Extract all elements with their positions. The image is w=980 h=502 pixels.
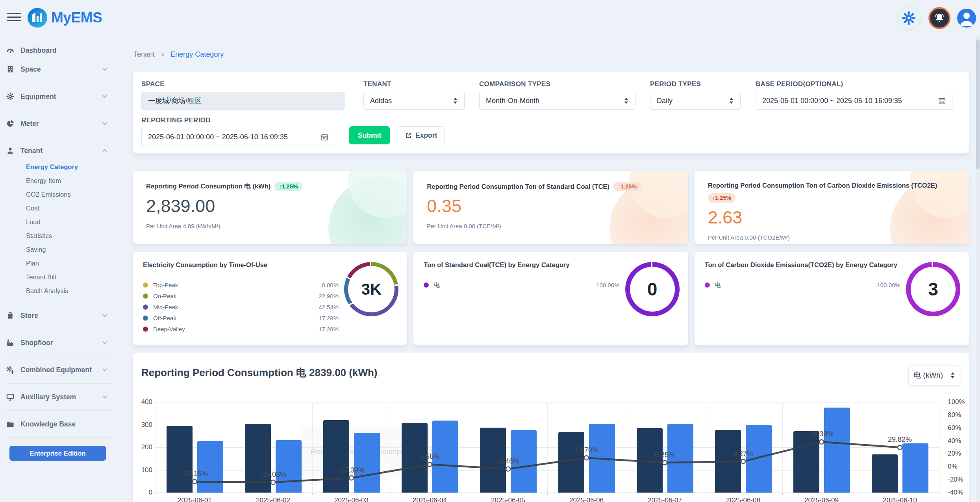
chevron-down-icon — [102, 122, 107, 126]
sidebar-item-label: Cost — [26, 205, 112, 212]
donut-center-value: 3 — [928, 279, 938, 300]
tenant-label: TENANT — [363, 80, 465, 88]
sidebar-item-knowledge-base[interactable]: Knowledge Base — [0, 415, 112, 434]
reporting-period-bar[interactable] — [197, 441, 223, 493]
sidebar-item-shopfloor[interactable]: Shopfloor — [0, 333, 112, 352]
sidebar-nav: DashboardSpaceEquipmentMeterTenantEnergy… — [0, 36, 116, 502]
sidebar-subitem-plan[interactable]: Plan — [0, 257, 112, 270]
base-period-bar[interactable] — [323, 420, 349, 493]
legend-row[interactable]: 电100.00% — [424, 279, 619, 290]
sidebar-subitem-statistics[interactable]: Statistics — [0, 229, 112, 243]
reporting-period-input[interactable]: 2025-06-01 00:00:00 ~ 2025-06-10 16:09:3… — [141, 128, 335, 146]
sidebar-item-label: Knowledge Base — [20, 420, 107, 428]
reporting-period-bar[interactable] — [902, 443, 928, 493]
base-period-input[interactable]: 2025-05-01 00:00:00 ~ 2025-05-10 16:09:3… — [756, 92, 952, 110]
sidebar-subitem-saving[interactable]: Saving — [0, 243, 112, 257]
space-input[interactable]: 一度城/商场/租区 — [141, 92, 345, 110]
sidebar-subitem-co2-emissions[interactable]: CO2 Emissions — [0, 188, 112, 201]
base-period-bar[interactable] — [715, 430, 741, 493]
legend-row[interactable]: Top-Peak0.00% — [143, 279, 339, 290]
donut-card: Ton of Standard Coal(TCE) by Energy Cate… — [413, 252, 688, 345]
base-period-bar[interactable] — [167, 426, 193, 493]
scrollbar-thumb[interactable] — [976, 39, 980, 169]
base-period-bar[interactable] — [245, 424, 271, 493]
x-axis-label: 2025-06-08 — [712, 496, 775, 502]
sidebar-item-label: Combined Equipment — [20, 366, 102, 374]
sidebar-item-space[interactable]: Space — [0, 60, 112, 79]
pie-icon — [6, 120, 14, 127]
sidebar-item-equipment[interactable]: Equipment — [0, 87, 112, 106]
breadcrumb-current[interactable]: Energy Category — [170, 50, 224, 58]
tenant-field: TENANT Adidas — [363, 80, 465, 110]
space-label: SPACE — [141, 80, 345, 88]
reporting-period-bar[interactable] — [746, 425, 772, 493]
comparison-select[interactable]: Month-On-Month — [479, 92, 635, 110]
brand[interactable]: MyEMS — [28, 8, 102, 28]
change-rate-label: 29.82% — [873, 436, 928, 444]
sidebar-item-meter[interactable]: Meter — [0, 114, 112, 133]
breadcrumb-parent[interactable]: Tenant — [133, 50, 155, 58]
export-button[interactable]: Export — [398, 126, 445, 144]
breadcrumb: Tenant » Energy Category — [133, 50, 224, 59]
legend-row[interactable]: On-Peak22.90% — [143, 290, 339, 301]
reporting-period-bar[interactable] — [354, 433, 380, 493]
sidebar-item-tenant[interactable]: Tenant — [0, 141, 112, 160]
chart-plot-area: 0100200300400100%80%60%40%20%0%-20%-40%2… — [156, 402, 939, 493]
y-axis-right-tick: 100% — [948, 398, 969, 406]
line-marker — [506, 467, 510, 471]
y-axis-right-tick: 40% — [948, 437, 969, 445]
change-rate-label: -17.39% — [324, 466, 379, 474]
submit-button[interactable]: Submit — [349, 126, 390, 144]
reporting-period-bar[interactable] — [276, 440, 302, 493]
sidebar-subitem-batch-analysis[interactable]: Batch Analysis — [0, 284, 112, 298]
sidebar-item-auxiliary-system[interactable]: Auxiliary System — [0, 388, 112, 406]
calendar-icon — [321, 133, 328, 141]
legend-label: Mid-Peak — [153, 304, 319, 310]
enterprise-edition-button[interactable]: Enterprise Edition — [9, 446, 106, 461]
chevron-down-icon — [102, 314, 107, 317]
summary-card-value: 2.63 — [708, 207, 956, 228]
sidebar-item-combined-equipment[interactable]: Combined Equipment — [0, 360, 112, 379]
base-period-bar[interactable] — [872, 454, 898, 493]
period-type-select[interactable]: Daily — [650, 92, 741, 110]
chart-unit-select[interactable]: 电 (kWh) — [908, 365, 960, 386]
change-rate-label: -23.15% — [167, 470, 222, 478]
donut-chart: 3 — [906, 262, 960, 316]
legend-row[interactable]: Off-Peak17.28% — [143, 312, 339, 323]
sidebar-divider — [6, 302, 112, 302]
x-axis-tick — [312, 493, 313, 495]
scrollbar-track[interactable] — [976, 36, 980, 502]
change-rate-label: -3.46% — [481, 457, 536, 465]
reporting-period-bar[interactable] — [589, 424, 615, 493]
notifications-bell-icon[interactable] — [928, 7, 950, 29]
legend-label: Off-Peak — [153, 315, 319, 321]
reporting-period-field: REPORTING PERIOD 2025-06-01 00:00:00 ~ 2… — [141, 116, 335, 146]
x-axis-label: 2025-06-02 — [242, 496, 305, 502]
export-icon — [405, 132, 412, 139]
legend-row[interactable]: Mid-Peak42.54% — [143, 301, 339, 312]
base-period-bar[interactable] — [558, 432, 584, 493]
legend-percent: 42.54% — [319, 304, 339, 310]
y-axis-right-tick: -40% — [948, 489, 969, 496]
sidebar-item-store[interactable]: Store — [0, 306, 112, 325]
legend-label: Top-Peak — [153, 282, 322, 288]
x-axis-label: 2025-06-04 — [398, 496, 461, 502]
sidebar-subitem-load[interactable]: Load — [0, 215, 112, 229]
base-period-bar[interactable] — [793, 431, 819, 493]
donut-chart: 0 — [625, 262, 680, 316]
user-avatar-icon[interactable] — [957, 9, 976, 28]
sidebar-item-label: Statistics — [26, 232, 112, 240]
sidebar-subitem-tenant-bill[interactable]: Tenant Bill — [0, 270, 112, 284]
sidebar-subitem-energy-category[interactable]: Energy Category — [0, 160, 112, 174]
reporting-period-bar[interactable] — [824, 408, 850, 493]
sidebar-subitem-energy-item[interactable]: Energy Item — [0, 174, 112, 188]
legend-row[interactable]: Deep-Valley17.28% — [143, 323, 339, 334]
sidebar-subitem-cost[interactable]: Cost — [0, 201, 112, 215]
legend-percent: 100.00% — [877, 282, 900, 288]
legend-row[interactable]: 电100.00% — [705, 279, 900, 290]
sidebar-item-dashboard[interactable]: Dashboard — [0, 41, 112, 60]
base-period-bar[interactable] — [637, 428, 663, 493]
hamburger-menu-icon[interactable] — [7, 13, 21, 23]
tenant-select[interactable]: Adidas — [363, 92, 465, 110]
settings-gear-icon[interactable] — [896, 5, 922, 31]
